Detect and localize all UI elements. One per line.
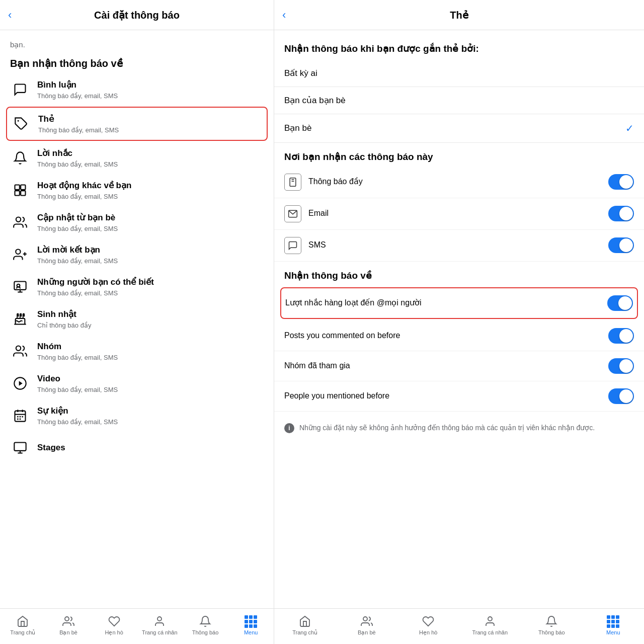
- sinh-nhat-text: Sinh nhật Chỉ thông báo đầy: [37, 309, 91, 329]
- left-header-title: Cài đặt thông báo: [94, 9, 180, 21]
- truncated-text: bạn.: [0, 36, 274, 51]
- option-ban-cua-ban-be[interactable]: Bạn của bạn bè: [274, 87, 644, 114]
- left-content: bạn. Bạn nhận thông báo về Bình luận Thô…: [0, 30, 274, 470]
- toggle-sms[interactable]: SMS: [274, 230, 644, 262]
- tag-icon: [11, 114, 31, 134]
- nav-profile-right[interactable]: Trang cá nhân: [459, 613, 521, 638]
- svg-rect-2: [21, 185, 25, 190]
- thong-bao-day-toggle[interactable]: [608, 174, 634, 190]
- play-icon: [10, 373, 30, 393]
- luot-nhac-toggle[interactable]: [607, 295, 633, 311]
- right-header: ‹ Thẻ: [274, 0, 644, 30]
- left-panel: ‹ Cài đặt thông báo bạn. Bạn nhận thông …: [0, 0, 274, 644]
- people-mentioned-toggle[interactable]: [608, 388, 634, 404]
- nav-menu-left[interactable]: Menu: [228, 613, 274, 638]
- svg-rect-4: [21, 191, 25, 195]
- activity-icon: [10, 180, 30, 200]
- nav-heart-left[interactable]: Hẹn hò: [91, 613, 137, 638]
- email-label: Email: [308, 208, 608, 219]
- nav-profile-label-right: Trang cá nhân: [472, 629, 508, 635]
- nav-bell-left[interactable]: Thông báo: [183, 613, 228, 638]
- bell-nav-icon-right: [545, 615, 558, 628]
- info-icon: i: [284, 423, 294, 433]
- right-back-button[interactable]: ‹: [282, 9, 286, 22]
- right-scroll: Nhận thông báo khi bạn được gắn thẻ bởi:…: [274, 30, 644, 608]
- svg-rect-24: [14, 443, 26, 451]
- bell-nav-icon: [199, 615, 212, 628]
- video-text: Video Thông báo đầy, email, SMS: [37, 373, 118, 393]
- toggle-nhom-da-tham-gia[interactable]: Nhóm đã tham gia: [274, 351, 644, 381]
- nav-home-label-left: Trang chủ: [10, 629, 35, 636]
- right-content: Nhận thông báo khi bạn được gắn thẻ bởi:…: [274, 30, 644, 446]
- option-ban-be[interactable]: Bạn bè ✓: [274, 114, 644, 143]
- menu-item-loi-moi[interactable]: Lời mời kết bạn Thông báo đầy, email, SM…: [0, 238, 274, 271]
- home-nav-icon-right: [298, 615, 311, 628]
- svg-point-26: [65, 617, 69, 621]
- toggle-people-mentioned[interactable]: People you mentioned before: [274, 381, 644, 412]
- nav-home-right[interactable]: Trang chủ: [274, 613, 336, 638]
- nav-friends-right[interactable]: Bạn bè: [336, 613, 398, 638]
- where-title: Nơi bạn nhận các thông báo này: [274, 143, 644, 167]
- posts-commented-toggle[interactable]: [608, 328, 634, 344]
- menu-item-loi-nhac[interactable]: Lời nhắc Thông báo đầy, email, SMS: [0, 142, 274, 174]
- sms-icon-box: [284, 237, 301, 254]
- friends-nav-icon: [62, 615, 75, 628]
- svg-rect-28: [290, 178, 296, 186]
- nguoi-ban-biet-text: Những người bạn có thể biết Thông báo đầ…: [37, 277, 154, 296]
- svg-marker-14: [19, 381, 23, 385]
- heart-nav-icon-right: [422, 615, 435, 628]
- menu-item-hoat-dong[interactable]: Hoạt động khác về bạn Thông báo đầy, ema…: [0, 174, 274, 206]
- left-scroll: bạn. Bạn nhận thông báo về Bình luận Thô…: [0, 30, 274, 608]
- nav-friends-left[interactable]: Bạn bè: [46, 613, 92, 638]
- svg-point-27: [157, 617, 162, 621]
- menu-item-the[interactable]: Thẻ Thông báo đầy, email, SMS: [6, 107, 268, 141]
- people-mentioned-label: People you mentioned before: [284, 390, 608, 401]
- toggle-luot-nhac[interactable]: Lượt nhắc hàng loạt đến @mọi người: [280, 287, 638, 319]
- profile-nav-icon: [153, 615, 166, 628]
- right-panel: ‹ Thẻ Nhận thông báo khi bạn được gắn th…: [274, 0, 644, 644]
- cap-nhat-text: Cập nhật từ bạn bè Thông báo đầy, email,…: [37, 212, 118, 232]
- menu-item-nhom[interactable]: Nhóm Thông báo đầy, email, SMS: [0, 335, 274, 367]
- stages-text: Stages: [37, 442, 65, 453]
- option-bat-ky-ai[interactable]: Bất kỳ ai: [274, 60, 644, 87]
- check-icon: ✓: [625, 122, 634, 134]
- luot-nhac-label: Lượt nhắc hàng loạt đến @mọi người: [285, 297, 607, 308]
- email-icon-box: [284, 205, 301, 222]
- svg-rect-3: [15, 191, 20, 195]
- menu-item-nguoi-ban-biet[interactable]: Những người bạn có thể biết Thông báo đầ…: [0, 271, 274, 303]
- nhom-text: Nhóm Thông báo đầy, email, SMS: [37, 341, 118, 361]
- nav-profile-left[interactable]: Trang cá nhân: [137, 613, 183, 638]
- posts-commented-label: Posts you commented on before: [284, 330, 608, 341]
- nav-heart-right[interactable]: Hẹn hò: [397, 613, 459, 638]
- hoat-dong-text: Hoạt động khác về bạn Thông báo đầy, ema…: [37, 180, 131, 200]
- left-header: ‹ Cài đặt thông báo: [0, 0, 274, 30]
- bell-icon: [10, 148, 30, 168]
- menu-item-su-kien[interactable]: Sự kiện Thông báo đầy, email, SMS: [0, 399, 274, 432]
- menu-item-stages[interactable]: Stages: [0, 432, 274, 464]
- heart-nav-icon: [108, 615, 121, 628]
- svg-point-12: [16, 346, 21, 351]
- email-toggle[interactable]: [608, 206, 634, 221]
- menu-item-sinh-nhat[interactable]: Sinh nhật Chỉ thông báo đầy: [0, 303, 274, 335]
- menu-nav-icon-right: [607, 615, 620, 628]
- su-kien-text: Sự kiện Thông báo đầy, email, SMS: [37, 406, 118, 425]
- loi-moi-text: Lời mời kết bạn Thông báo đầy, email, SM…: [37, 245, 118, 264]
- left-back-button[interactable]: ‹: [8, 9, 12, 22]
- left-section-title: Bạn nhận thông báo về: [0, 51, 274, 73]
- toggle-posts-commented[interactable]: Posts you commented on before: [274, 321, 644, 351]
- menu-item-cap-nhat[interactable]: Cập nhật từ bạn bè Thông báo đầy, email,…: [0, 206, 274, 238]
- profile-nav-icon-right: [484, 615, 497, 628]
- nav-bell-right[interactable]: Thông báo: [521, 613, 583, 638]
- nhom-da-tham-gia-toggle[interactable]: [608, 358, 634, 374]
- nav-friends-label-left: Bạn bè: [59, 629, 77, 636]
- toggle-thong-bao-day[interactable]: Thông báo đầy: [274, 167, 644, 198]
- toggle-email[interactable]: Email: [274, 198, 644, 230]
- sms-toggle[interactable]: [608, 237, 634, 253]
- menu-item-video[interactable]: Video Thông báo đầy, email, SMS: [0, 367, 274, 399]
- user-plus-icon: [10, 245, 30, 265]
- menu-item-binh-luan[interactable]: Bình luận Thông báo đầy, email, SMS: [0, 73, 274, 106]
- nav-menu-right[interactable]: Menu: [583, 613, 645, 638]
- left-bottom-nav: Trang chủ Bạn bè Hẹn hò Trang cá nhân Th…: [0, 608, 274, 644]
- nav-home-left[interactable]: Trang chủ: [0, 613, 46, 638]
- info-text: Những cài đặt này sẽ không ảnh hưởng đến…: [299, 423, 595, 433]
